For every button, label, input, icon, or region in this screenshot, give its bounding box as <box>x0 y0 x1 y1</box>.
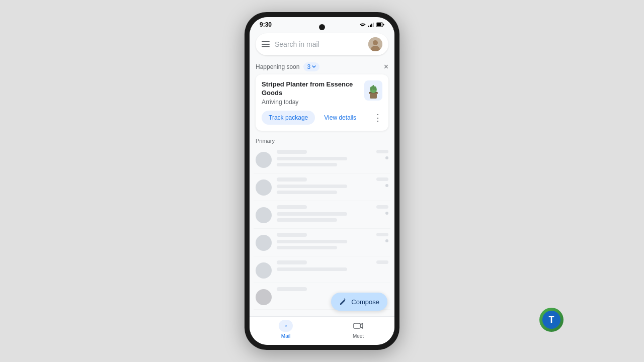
svg-rect-1 <box>370 25 371 27</box>
watermark: T <box>539 308 564 332</box>
compose-icon <box>339 298 347 306</box>
date-skeleton <box>376 205 388 209</box>
meet-icon <box>351 320 365 332</box>
email-meta <box>376 205 388 215</box>
svg-rect-5 <box>383 24 384 26</box>
plant-illustration <box>364 81 382 100</box>
avatar[interactable] <box>368 37 382 51</box>
dot-indicator <box>385 239 388 242</box>
sender-skeleton <box>277 233 307 237</box>
battery-icon <box>376 22 384 27</box>
svg-point-16 <box>372 85 374 90</box>
phone-screen: 9:30 <box>250 17 394 345</box>
dot-indicator <box>385 156 388 159</box>
happening-label: Happening soon <box>256 63 299 70</box>
meet-svg-icon <box>353 322 363 329</box>
content: Happening soon 3 × Striped Planter from … <box>250 59 394 316</box>
package-header: Striped Planter from Essence Goods Arriv… <box>262 80 382 106</box>
meet-nav-label: Meet <box>353 333 364 339</box>
nav-item-mail[interactable]: Mail <box>250 320 322 339</box>
nav-item-meet[interactable]: Meet <box>322 320 394 339</box>
preview-skeleton <box>277 246 337 249</box>
chevron-down-icon <box>312 65 316 68</box>
package-card: Striped Planter from Essence Goods Arriv… <box>256 74 388 131</box>
email-content <box>277 150 371 169</box>
package-image <box>364 80 382 101</box>
email-content <box>277 177 371 197</box>
email-list <box>250 146 394 316</box>
email-content <box>277 260 371 274</box>
compose-label: Compose <box>351 298 379 306</box>
avatar <box>256 152 272 168</box>
subject-skeleton <box>277 267 347 271</box>
camera-notch <box>319 24 325 30</box>
mail-nav-label: Mail <box>281 333 290 339</box>
dot-indicator <box>385 212 388 215</box>
sender-skeleton <box>277 260 307 264</box>
view-details-button[interactable]: View details <box>319 111 361 125</box>
bottom-nav: Mail Meet <box>250 316 394 345</box>
svg-rect-10 <box>370 94 377 99</box>
email-meta <box>376 177 388 187</box>
watermark-letter: T <box>542 311 560 329</box>
list-item[interactable] <box>254 229 390 256</box>
sender-skeleton <box>277 150 307 154</box>
svg-rect-3 <box>373 23 374 27</box>
package-title: Striped Planter from Essence Goods <box>262 80 364 98</box>
sender-skeleton <box>277 177 307 182</box>
signal-icon <box>368 22 374 27</box>
avatar <box>256 235 272 251</box>
email-content <box>277 205 371 224</box>
list-item[interactable] <box>254 173 390 201</box>
avatar <box>256 289 272 305</box>
avatar-image <box>368 37 382 51</box>
email-meta <box>376 150 388 159</box>
preview-skeleton <box>277 191 337 194</box>
list-item[interactable] <box>254 256 390 283</box>
avatar <box>256 262 272 279</box>
date-skeleton <box>376 260 388 264</box>
date-skeleton <box>376 233 388 236</box>
happening-count-badge[interactable]: 3 <box>303 62 319 71</box>
svg-rect-6 <box>377 23 381 26</box>
search-bar: Search in mail <box>250 30 394 59</box>
avatar <box>256 179 272 196</box>
dot-indicator <box>385 184 388 187</box>
happening-soon-bar: Happening soon 3 × <box>250 59 394 74</box>
list-item[interactable] <box>254 201 390 229</box>
mail-icon <box>279 320 293 332</box>
count-value: 3 <box>307 63 310 70</box>
more-options-icon[interactable]: ⋮ <box>373 112 382 123</box>
subject-skeleton <box>277 157 347 160</box>
subject-skeleton <box>277 212 347 216</box>
phone-frame: 9:30 <box>245 12 399 350</box>
avatar <box>256 207 272 223</box>
email-content <box>277 233 371 252</box>
svg-rect-2 <box>371 24 372 27</box>
subject-skeleton <box>277 240 347 243</box>
mail-svg-icon <box>285 322 287 329</box>
package-subtitle: Arriving today <box>262 99 364 106</box>
list-item[interactable] <box>254 146 390 173</box>
search-placeholder: Search in mail <box>275 40 363 48</box>
svg-point-15 <box>374 86 376 90</box>
hamburger-icon[interactable] <box>262 41 270 47</box>
preview-skeleton <box>277 218 337 222</box>
close-button[interactable]: × <box>384 63 388 71</box>
preview-skeleton <box>277 163 337 166</box>
sender-skeleton <box>277 205 307 209</box>
package-actions: Track package View details ⋮ <box>262 111 382 125</box>
compose-fab[interactable]: Compose <box>331 293 387 311</box>
track-package-button[interactable]: Track package <box>262 111 315 125</box>
email-meta <box>376 233 388 242</box>
email-meta <box>376 260 388 264</box>
date-skeleton <box>376 150 388 153</box>
search-inner[interactable]: Search in mail <box>256 33 388 55</box>
svg-rect-0 <box>368 26 369 27</box>
svg-rect-18 <box>354 323 360 328</box>
primary-label: Primary <box>250 135 394 146</box>
package-info: Striped Planter from Essence Goods Arriv… <box>262 80 364 106</box>
wifi-icon <box>359 22 366 27</box>
sender-skeleton <box>277 287 307 291</box>
subject-skeleton <box>277 185 347 188</box>
